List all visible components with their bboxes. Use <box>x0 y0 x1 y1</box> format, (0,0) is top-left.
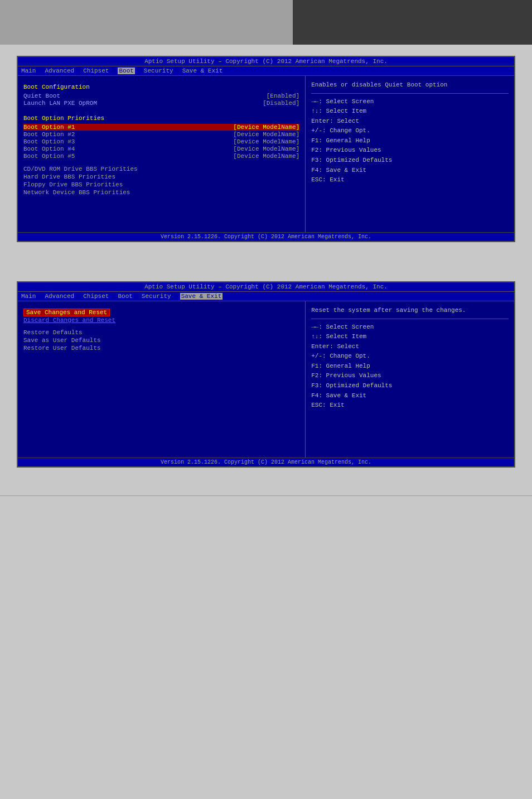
menu-advanced-1[interactable]: Advanced <box>45 68 74 74</box>
boot-opt1-label: Boot Option #1 <box>23 124 75 131</box>
floppy-link[interactable]: Floppy Drive BBS Priorities <box>23 181 299 188</box>
quiet-boot-value: [Enabled] <box>267 93 299 99</box>
boot-opt4-value: [Device ModelName] <box>233 146 299 152</box>
key-f3-2: F3: Optimized Defaults <box>311 381 509 391</box>
quiet-boot-row[interactable]: Quiet Boot [Enabled] <box>23 93 299 99</box>
menu-boot-1[interactable]: Boot <box>118 68 134 74</box>
key-esc-1: ESC: Exit <box>311 175 509 185</box>
boot-opt5-value: [Device ModelName] <box>233 153 299 160</box>
bios-titlebar-2: Aptio Setup Utility – Copyright (C) 2012… <box>18 282 514 292</box>
lan-pxe-row[interactable]: Launch LAN PXE OpROM [Disabled] <box>23 100 299 107</box>
bios-screen-2: Aptio Setup Utility – Copyright (C) 2012… <box>17 281 515 468</box>
bios-keys-1: →←: Select Screen ↑↓: Select Item Enter:… <box>311 97 509 185</box>
boot-opt2-value: [Device ModelName] <box>233 131 299 138</box>
key-f3-1: F3: Optimized Defaults <box>311 156 509 166</box>
boot-opt1-value: [Device ModelName] <box>233 124 299 131</box>
lan-pxe-value: [Disabled] <box>263 100 299 107</box>
bios-content-2: Save Changes and Reset Discard Changes a… <box>18 301 514 458</box>
key-select-item-2: ↑↓: Select Item <box>311 332 509 342</box>
quiet-boot-label: Quiet Boot <box>23 93 60 99</box>
bios-titlebar-1: Aptio Setup Utility – Copyright (C) 2012… <box>18 57 514 66</box>
network-link[interactable]: Network Device BBS Priorities <box>23 189 299 196</box>
bios-left-1: Boot Configuration Quiet Boot [Enabled] … <box>18 76 306 232</box>
bios-right-2: Reset the system after saving the change… <box>306 301 514 458</box>
key-change-1: +/-: Change Opt. <box>311 126 509 136</box>
key-f1-1: F1: General Help <box>311 136 509 146</box>
boot-opt2-label: Boot Option #2 <box>23 131 75 138</box>
bios-menubar-1: Main Advanced Chipset Boot Security Save… <box>18 66 514 76</box>
menu-save-1[interactable]: Save & Exit <box>182 68 223 74</box>
hdd-link[interactable]: Hard Drive BBS Priorities <box>23 174 299 180</box>
cdvd-link[interactable]: CD/DVD ROM Drive BBS Priorities <box>23 166 299 172</box>
menu-chipset-1[interactable]: Chipset <box>83 68 109 74</box>
boot-option-5[interactable]: Boot Option #5 [Device ModelName] <box>23 153 299 160</box>
menu-main-2[interactable]: Main <box>21 293 36 300</box>
section-save-exit: Aptio Setup Utility – Copyright (C) 2012… <box>0 270 532 479</box>
bios-right-1: Enables or disables Quiet Boot option →←… <box>306 76 514 232</box>
key-enter-2: Enter: Select <box>311 342 509 352</box>
key-f1-2: F1: General Help <box>311 362 509 372</box>
menu-main-1[interactable]: Main <box>21 68 36 74</box>
key-select-screen-2: →←: Select Screen <box>311 323 509 333</box>
restore-defaults-item[interactable]: Restore Defaults <box>23 329 299 336</box>
boot-opt4-label: Boot Option #4 <box>23 146 75 152</box>
bios-help-2: Reset the system after saving the change… <box>311 306 509 315</box>
menu-advanced-2[interactable]: Advanced <box>45 293 74 300</box>
bios-content-1: Boot Configuration Quiet Boot [Enabled] … <box>18 76 514 232</box>
menu-boot-2[interactable]: Boot <box>118 293 132 300</box>
header-left <box>0 0 293 45</box>
key-change-2: +/-: Change Opt. <box>311 352 509 362</box>
boot-opt3-label: Boot Option #3 <box>23 138 75 145</box>
key-f4-1: F4: Save & Exit <box>311 166 509 176</box>
menu-save-exit-2[interactable]: Save & Exit <box>180 293 223 300</box>
discard-changes-reset-item[interactable]: Discard Changes and Reset <box>23 317 299 324</box>
boot-option-1[interactable]: Boot Option #1 [Device ModelName] <box>23 124 299 131</box>
boot-option-3[interactable]: Boot Option #3 [Device ModelName] <box>23 138 299 145</box>
save-changes-reset-wrapper: Save Changes and Reset <box>23 309 299 316</box>
bios-footer-1: Version 2.15.1226. Copyright (C) 2012 Am… <box>18 232 514 241</box>
menu-security-1[interactable]: Security <box>144 68 173 74</box>
bottom-divider <box>0 495 532 496</box>
key-f2-2: F2: Previous Values <box>311 371 509 381</box>
key-select-screen-1: →←: Select Screen <box>311 97 509 107</box>
boot-config-title: Boot Configuration <box>23 84 299 90</box>
boot-priority-title: Boot Option Priorities <box>23 115 299 122</box>
bios-screen-1: Aptio Setup Utility – Copyright (C) 2012… <box>17 56 515 242</box>
bios-divider-2 <box>311 319 509 319</box>
boot-option-2[interactable]: Boot Option #2 [Device ModelName] <box>23 131 299 138</box>
key-f2-1: F2: Previous Values <box>311 146 509 156</box>
bios-left-2: Save Changes and Reset Discard Changes a… <box>18 301 306 458</box>
bios-help-1: Enables or disables Quiet Boot option <box>311 80 509 90</box>
page-wrapper: Aptio Setup Utility – Copyright (C) 2012… <box>0 0 532 799</box>
lan-pxe-label: Launch LAN PXE OpROM <box>23 100 97 107</box>
key-f4-2: F4: Save & Exit <box>311 391 509 401</box>
boot-option-4[interactable]: Boot Option #4 [Device ModelName] <box>23 146 299 152</box>
section-boot: Aptio Setup Utility – Copyright (C) 2012… <box>0 45 532 253</box>
screen-gap <box>0 253 532 270</box>
header-banner <box>0 0 532 45</box>
menu-chipset-2[interactable]: Chipset <box>83 293 109 300</box>
header-right <box>293 0 532 45</box>
save-user-defaults-item[interactable]: Save as User Defaults <box>23 337 299 344</box>
key-enter-1: Enter: Select <box>311 117 509 127</box>
save-changes-reset-item[interactable]: Save Changes and Reset <box>23 309 110 316</box>
bios-menubar-2: Main Advanced Chipset Boot Security Save… <box>18 292 514 301</box>
restore-user-defaults-item[interactable]: Restore User Defaults <box>23 345 299 352</box>
boot-opt5-label: Boot Option #5 <box>23 153 75 160</box>
key-select-item-1: ↑↓: Select Item <box>311 107 509 117</box>
bios-divider-1 <box>311 93 509 94</box>
boot-opt3-value: [Device ModelName] <box>233 138 299 145</box>
menu-security-2[interactable]: Security <box>142 293 171 300</box>
bios-keys-2: →←: Select Screen ↑↓: Select Item Enter:… <box>311 323 509 411</box>
key-esc-2: ESC: Exit <box>311 401 509 411</box>
bios-footer-2: Version 2.15.1226. Copyright (C) 2012 Am… <box>18 458 514 466</box>
